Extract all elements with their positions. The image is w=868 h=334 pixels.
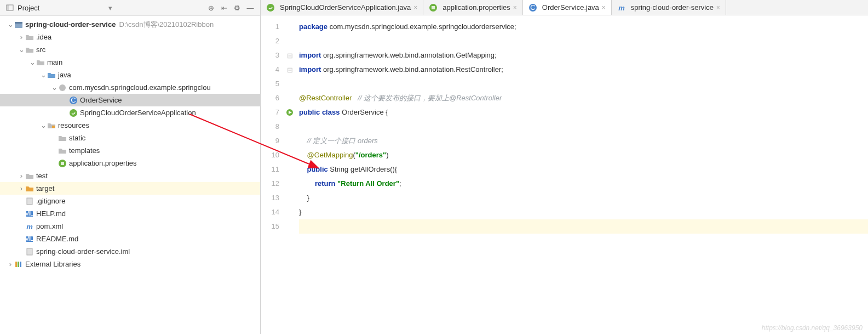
tree-twisty: ·: [61, 109, 69, 117]
locate-icon[interactable]: ⊕: [205, 2, 216, 13]
tree-twisty[interactable]: ⌄: [28, 58, 36, 66]
svg-rect-20: [20, 262, 21, 267]
close-icon[interactable]: ×: [602, 4, 606, 12]
line-number: 4: [261, 63, 279, 77]
tree-item-orderservice[interactable]: ·COrderService: [0, 94, 260, 106]
tree-label: main: [47, 58, 62, 66]
code-line[interactable]: }: [299, 191, 868, 205]
tab-orderservice-java[interactable]: COrderService.java×: [523, 0, 612, 15]
collapse-icon[interactable]: ⇤: [219, 2, 229, 13]
tree-twisty[interactable]: ›: [18, 184, 25, 193]
tree-item-external-libraries[interactable]: ›External Libraries: [0, 258, 260, 270]
gutter-mark: [284, 205, 296, 219]
tree-label: README.md: [36, 235, 78, 243]
tab-springcloudorderserviceapplication-java[interactable]: SpringCloudOrderServiceApplication.java×: [261, 0, 423, 15]
code-line[interactable]: public class OrderService {: [299, 105, 868, 120]
tree-item-test[interactable]: ›test: [0, 169, 260, 182]
folder-gray-icon: [25, 46, 34, 54]
code-line[interactable]: return "Return All Order";: [299, 177, 868, 191]
tree-item-help-md[interactable]: ·MDHELP.md: [0, 207, 260, 220]
line-number: 8: [261, 120, 279, 134]
close-icon[interactable]: ×: [716, 4, 720, 12]
tree-twisty[interactable]: ⌄: [18, 46, 25, 54]
tree-label: External Libraries: [25, 260, 81, 268]
tree-label: test: [36, 172, 48, 180]
tab-label: OrderService.java: [542, 3, 599, 12]
tree-item-static[interactable]: ·static: [0, 132, 260, 144]
gutter-mark: ⊟: [284, 48, 296, 63]
tree-twisty[interactable]: ›: [18, 172, 25, 180]
gutter-mark: [284, 105, 296, 120]
gutter-mark: [284, 162, 296, 177]
tree-item-application-properties[interactable]: ·application.properties: [0, 157, 260, 169]
gutter-mark: [284, 191, 296, 205]
svg-point-7: [70, 109, 77, 117]
tab-spring-cloud-order-service[interactable]: mspring-cloud-order-service×: [612, 0, 726, 15]
code-line[interactable]: [299, 120, 868, 134]
code-line[interactable]: @RestController // 这个要发布的接口，要加上@RestCont…: [299, 91, 868, 105]
code-line[interactable]: @GetMapping("/orders"): [299, 148, 868, 162]
code-area[interactable]: 123456789101112131415 ⊟⊟ package com.myc…: [261, 15, 868, 334]
tree-twisty: ·: [18, 222, 25, 230]
tree-item-resources[interactable]: ⌄resources: [0, 119, 260, 132]
tree-item-com-mycsdn-springcloud-example-springclou[interactable]: ⌄com.mycsdn.springcloud.example.springcl…: [0, 81, 260, 94]
code-line[interactable]: import org.springframework.web.bind.anno…: [299, 63, 868, 77]
svg-rect-8: [52, 126, 55, 128]
folder-gray-icon: [58, 134, 67, 143]
tree-item-springcloudorderserviceapplication[interactable]: ·SpringCloudOrderServiceApplication: [0, 106, 260, 119]
code-line[interactable]: public String getAllOrders(){: [299, 162, 868, 177]
package-icon: [58, 83, 67, 92]
svg-rect-18: [15, 262, 17, 267]
tree-item--idea[interactable]: ›.idea: [0, 31, 260, 43]
code-line[interactable]: [299, 77, 868, 91]
tree-item-templates[interactable]: ·templates: [0, 144, 260, 157]
svg-point-21: [267, 4, 274, 12]
tree-item-spring-cloud-order-service[interactable]: ⌄spring-cloud-order-serviceD:\csdn博客\202…: [0, 18, 260, 31]
tree-twisty[interactable]: ⌄: [39, 71, 47, 79]
tree-twisty[interactable]: ⌄: [50, 83, 58, 92]
line-number: 5: [261, 77, 279, 91]
tree-twisty: ·: [61, 96, 69, 104]
code-line[interactable]: [299, 34, 868, 48]
file-icon: [25, 197, 34, 206]
code-line[interactable]: // 定义一个接口 orders: [299, 134, 868, 148]
tree-twisty: ·: [18, 247, 25, 256]
tree-twisty: ·: [50, 159, 58, 167]
code-line[interactable]: package com.mycsdn.springcloud.example.s…: [299, 20, 868, 34]
props-icon: [429, 3, 438, 12]
project-toolbar: Project ▾ ⊕ ⇤ ⚙ —: [0, 0, 260, 16]
tree-item-pom-xml[interactable]: ·mpom.xml: [0, 220, 260, 233]
tab-application-properties[interactable]: application.properties×: [423, 0, 523, 15]
tree-item-src[interactable]: ⌄src: [0, 43, 260, 56]
hide-icon[interactable]: —: [245, 2, 256, 13]
tree-twisty[interactable]: ⌄: [39, 121, 47, 129]
view-dropdown[interactable]: ▾: [108, 4, 112, 12]
tree-twisty[interactable]: ›: [18, 33, 25, 41]
tree-item--gitignore[interactable]: ·.gitignore: [0, 195, 260, 207]
tree-twisty[interactable]: ›: [7, 260, 14, 268]
project-view-icon[interactable]: [4, 2, 15, 13]
spring-icon: [266, 3, 275, 12]
gutter-mark: [284, 91, 296, 105]
code-line[interactable]: }: [299, 205, 868, 219]
tree-item-target[interactable]: ›target: [0, 182, 260, 195]
project-tree[interactable]: ⌄spring-cloud-order-serviceD:\csdn博客\202…: [0, 16, 260, 334]
code-line[interactable]: [299, 219, 868, 234]
tree-item-spring-cloud-order-service-iml[interactable]: ·spring-cloud-order-service.iml: [0, 245, 260, 258]
tree-item-java[interactable]: ⌄java: [0, 69, 260, 81]
tree-label: pom.xml: [36, 222, 63, 230]
code-line[interactable]: import org.springframework.web.bind.anno…: [299, 48, 868, 63]
close-icon[interactable]: ×: [413, 4, 417, 12]
editor-pane: SpringCloudOrderServiceApplication.java×…: [261, 0, 868, 334]
settings-icon[interactable]: ⚙: [232, 2, 243, 13]
code-lines[interactable]: package com.mycsdn.springcloud.example.s…: [296, 15, 868, 334]
tree-item-main[interactable]: ⌄main: [0, 56, 260, 69]
svg-text:C: C: [530, 3, 535, 12]
tree-twisty[interactable]: ⌄: [7, 20, 14, 29]
line-number: 6: [261, 91, 279, 105]
line-number: 9: [261, 134, 279, 148]
svg-text:MD: MD: [25, 235, 34, 242]
tree-item-readme-md[interactable]: ·MDREADME.md: [0, 233, 260, 245]
close-icon[interactable]: ×: [513, 4, 517, 12]
svg-rect-23: [432, 6, 435, 9]
